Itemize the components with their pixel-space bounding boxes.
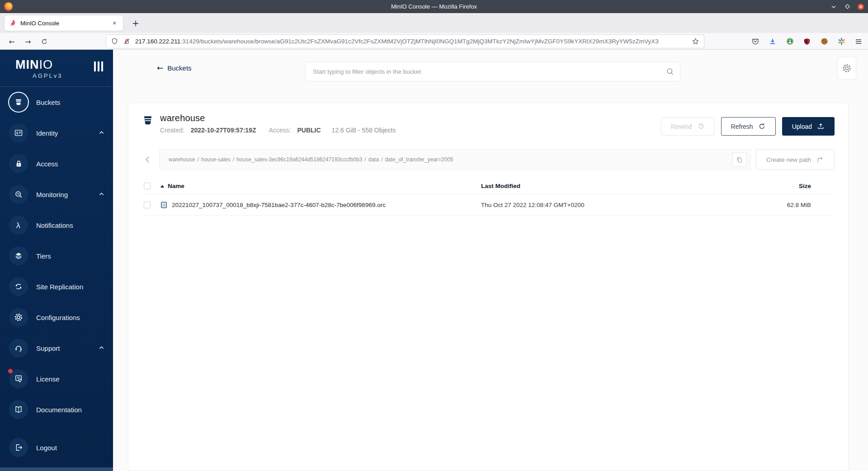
upload-button[interactable]: Upload xyxy=(782,117,835,136)
back-arrow-icon: ← xyxy=(157,64,163,72)
sidebar-collapse-button[interactable] xyxy=(94,61,103,71)
breadcrumb-separator: / xyxy=(198,156,199,163)
logo-light: IO xyxy=(39,58,53,71)
forward-button[interactable]: → xyxy=(22,35,34,48)
ublock-origin-icon[interactable] xyxy=(801,36,813,47)
rewind-label: Rewind xyxy=(671,123,692,130)
url-fade xyxy=(660,36,688,47)
toolbar-icons xyxy=(750,34,864,48)
minio-console: MINIO AGPLv3 Buckets Identity xyxy=(0,50,868,471)
minio-favicon-flamingo-icon xyxy=(9,19,16,27)
bucket-name: warehouse xyxy=(160,113,661,123)
hamburger-menu-icon[interactable] xyxy=(853,36,864,47)
sidebar-item-license[interactable]: License xyxy=(0,363,113,394)
sidebar: MINIO AGPLv3 Buckets Identity xyxy=(0,50,113,471)
breadcrumb-part[interactable]: house_sales-3ec96c19a6244d5186247193cccf… xyxy=(236,156,362,163)
cookie-extension-icon[interactable] xyxy=(818,36,830,47)
object-row[interactable]: 20221027_100737_00018_b8xji-7581bae2-377… xyxy=(142,195,835,216)
tab-bar: MinIO Console × + xyxy=(0,13,868,33)
pocket-icon[interactable] xyxy=(750,36,761,47)
insecure-lock-icon[interactable] xyxy=(123,38,131,45)
browser-tab-minio-console[interactable]: MinIO Console × xyxy=(5,15,123,31)
downloads-icon[interactable] xyxy=(767,36,778,47)
refresh-button[interactable]: Refresh xyxy=(721,117,776,136)
refresh-icon xyxy=(758,122,766,130)
reload-button[interactable] xyxy=(38,35,51,48)
path-back-button[interactable] xyxy=(142,149,154,170)
rewind-button[interactable]: Rewind xyxy=(661,117,715,136)
firefox-logo-icon xyxy=(4,2,13,11)
firefox-window: MinIO Console — Mozilla Firefox MinIO Co… xyxy=(0,0,868,471)
sidebar-item-notifications[interactable]: Notifications xyxy=(0,210,113,240)
breadcrumb-part[interactable]: house-sales xyxy=(201,156,231,163)
replication-icon xyxy=(9,277,28,296)
bookmark-star-icon[interactable] xyxy=(692,38,699,45)
object-filter-input[interactable] xyxy=(305,62,680,81)
logout-icon xyxy=(9,438,28,457)
create-path-icon xyxy=(816,156,824,164)
sidebar-item-monitoring[interactable]: Monitoring xyxy=(0,179,113,210)
row-checkbox[interactable] xyxy=(144,202,151,208)
window-title: MinIO Console — Mozilla Firefox xyxy=(0,3,868,10)
breadcrumb-part[interactable]: date_of_transfer_year=2005 xyxy=(385,156,453,163)
sort-ascending-icon xyxy=(160,184,165,188)
browse-card: warehouse Created: 2022-10-27T09:57:19Z … xyxy=(128,103,849,471)
window-minimize-button[interactable] xyxy=(829,2,838,11)
back-label: Buckets xyxy=(167,64,191,72)
breadcrumb-panel: warehouse/house-sales/house_sales-3ec96c… xyxy=(159,149,750,170)
tracking-shield-icon[interactable] xyxy=(111,38,118,45)
browser-toolbar: ← → 217.160.222.211:31429/buckets/wareho… xyxy=(0,33,868,50)
main-content: ← Buckets xyxy=(113,50,868,471)
breadcrumb-part[interactable]: warehouse xyxy=(169,156,195,163)
window-close-button[interactable] xyxy=(856,2,865,11)
page-header: ← Buckets xyxy=(113,50,868,89)
edition-label: AGPLv3 xyxy=(33,72,62,79)
bucket-icon xyxy=(142,114,154,136)
chevron-up-icon xyxy=(99,131,104,134)
tiers-icon xyxy=(9,246,28,265)
logo-bold: MIN xyxy=(15,58,39,71)
window-controls xyxy=(829,0,865,13)
license-icon xyxy=(9,369,28,388)
sidebar-item-tiers[interactable]: Tiers xyxy=(0,240,113,271)
sidebar-item-site-replication[interactable]: Site Replication xyxy=(0,271,113,302)
sidebar-item-buckets[interactable]: Buckets xyxy=(0,87,113,118)
license-alert-badge xyxy=(8,369,13,373)
buckets-icon xyxy=(9,93,28,112)
bucket-actions: Rewind Refresh Upload xyxy=(661,113,835,136)
bucket-meta: Created: 2022-10-27T09:57:19Z Access: PU… xyxy=(160,127,661,134)
sidebar-item-logout[interactable]: Logout xyxy=(0,432,113,463)
created-label: Created: xyxy=(160,127,184,134)
column-header-name[interactable]: Name xyxy=(160,183,481,189)
object-name-cell[interactable]: 20221027_100737_00018_b8xji-7581bae2-377… xyxy=(160,201,481,209)
url-domain: 217.160.222.211 xyxy=(135,38,180,45)
new-tab-button[interactable]: + xyxy=(129,17,142,29)
breadcrumb-part[interactable]: data xyxy=(368,156,379,163)
table-header-row: Name Last Modified Size xyxy=(142,178,835,195)
window-maximize-button[interactable] xyxy=(843,2,852,11)
lock-icon xyxy=(9,154,28,173)
extension-green-icon[interactable] xyxy=(784,36,796,47)
back-to-buckets-link[interactable]: ← Buckets xyxy=(157,64,192,72)
sidebar-item-support[interactable]: Support xyxy=(0,333,113,363)
rewind-icon xyxy=(697,122,705,130)
create-new-path-button[interactable]: Create new path xyxy=(756,149,835,170)
back-button[interactable]: ← xyxy=(5,35,18,48)
sidebar-item-access[interactable]: Access xyxy=(0,148,113,179)
bucket-settings-gear-button[interactable] xyxy=(837,57,856,80)
lambda-icon xyxy=(9,216,28,235)
breadcrumb-separator: / xyxy=(233,156,234,163)
object-size: 62.8 MiB xyxy=(752,202,835,208)
url-bar[interactable]: 217.160.222.211:31429/buckets/warehouse/… xyxy=(106,35,704,48)
access-label: Access: xyxy=(269,127,291,134)
sidebar-item-documentation[interactable]: Documentation xyxy=(0,394,113,425)
sidebar-item-configurations[interactable]: Configurations xyxy=(0,302,113,333)
url-path: :31429/buckets/warehouse/browse/aG91c2Ut… xyxy=(180,38,658,45)
tab-close-button[interactable]: × xyxy=(110,19,118,27)
colorful-asterisk-extension-icon[interactable] xyxy=(835,36,847,47)
object-modified: Thu Oct 27 2022 12:08:47 GMT+0200 xyxy=(481,202,752,208)
name-header-label: Name xyxy=(168,183,184,189)
select-all-checkbox[interactable] xyxy=(144,183,151,189)
copy-path-button[interactable] xyxy=(732,152,747,167)
sidebar-item-identity[interactable]: Identity xyxy=(0,118,113,148)
